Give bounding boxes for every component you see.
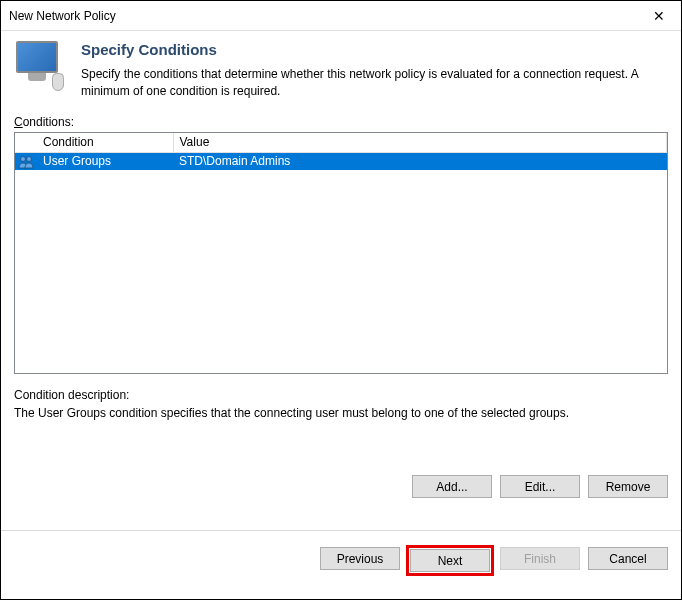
description-label: Condition description:: [14, 388, 668, 402]
edit-button[interactable]: Edit...: [500, 475, 580, 498]
next-button[interactable]: Next: [410, 549, 490, 572]
conditions-label: Conditions:: [1, 115, 681, 132]
titlebar: New Network Policy ✕: [1, 1, 681, 31]
page-title: Specify Conditions: [81, 41, 666, 58]
row-icon-cell: [15, 153, 37, 170]
policy-icon: [16, 41, 66, 96]
conditions-list[interactable]: Condition Value User Groups STD\Domain A…: [14, 132, 668, 374]
wizard-footer: Previous Next Finish Cancel: [1, 530, 681, 574]
conditions-table: Condition Value User Groups STD\Domain A…: [15, 133, 667, 170]
col-value[interactable]: Value: [173, 133, 667, 153]
header-text: Specify Conditions Specify the condition…: [81, 41, 666, 100]
row-condition: User Groups: [37, 153, 173, 170]
svg-point-0: [21, 156, 26, 161]
header-section: Specify Conditions Specify the condition…: [1, 31, 681, 115]
description-text: The User Groups condition specifies that…: [14, 406, 668, 422]
col-condition[interactable]: Condition: [37, 133, 173, 153]
add-button[interactable]: Add...: [412, 475, 492, 498]
window-title: New Network Policy: [9, 9, 116, 23]
svg-point-1: [27, 156, 32, 161]
previous-button[interactable]: Previous: [320, 547, 400, 570]
table-row[interactable]: User Groups STD\Domain Admins: [15, 153, 667, 170]
next-highlight: Next: [408, 547, 492, 574]
user-groups-icon: [18, 155, 34, 169]
remove-button[interactable]: Remove: [588, 475, 668, 498]
close-button[interactable]: ✕: [636, 1, 681, 30]
row-value: STD\Domain Admins: [173, 153, 667, 170]
col-icon[interactable]: [15, 133, 37, 153]
cancel-button[interactable]: Cancel: [588, 547, 668, 570]
finish-button[interactable]: Finish: [500, 547, 580, 570]
page-subtitle: Specify the conditions that determine wh…: [81, 66, 666, 100]
description-area: Condition description: The User Groups c…: [1, 374, 681, 422]
action-buttons: Add... Edit... Remove: [1, 475, 681, 498]
